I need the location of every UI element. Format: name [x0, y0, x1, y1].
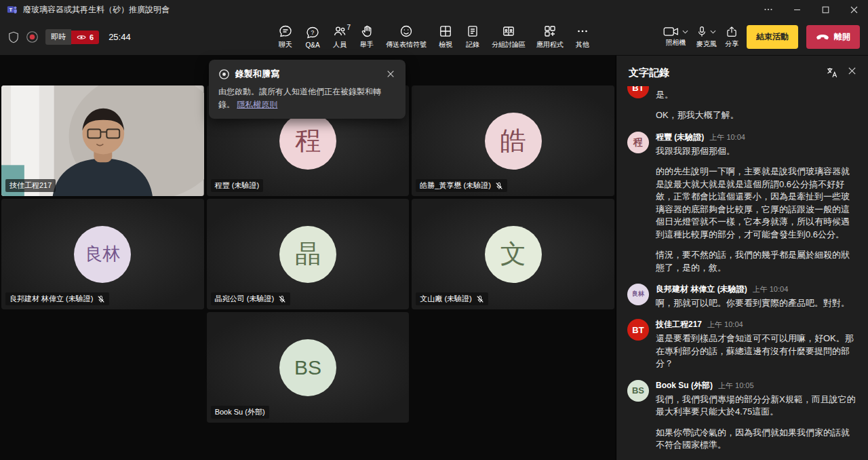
- toolbar-button-label: 聊天: [279, 40, 292, 50]
- participant-name-label: 文山廠 (未驗證): [416, 292, 488, 305]
- participant-name: 程豐 (未驗證): [215, 180, 259, 191]
- transcript-message: 良林良邦建材 林偉立 (未驗證)上午 10:04啊，那就可以吧。你要看到實際的產…: [627, 284, 857, 309]
- toolbar-button-more[interactable]: 其他: [571, 22, 594, 52]
- meeting-timer: 25:44: [108, 32, 131, 42]
- toolbar-button-label: 傳送表情符號: [386, 40, 427, 50]
- message-body: 技佳工程217上午 10:04還是要看到樣品才會知道可不可以用嘛，好OK。那在專…: [656, 319, 857, 370]
- toolbar-center: 聊天?Q&A7人員舉手傳送表情符號檢視記錄分組討論區應用程式其他: [274, 19, 594, 55]
- leave-button[interactable]: 離開: [806, 25, 860, 49]
- toolbar-button-breakout-rooms[interactable]: 分組討論區: [488, 22, 529, 52]
- window-minimize-button[interactable]: [783, 0, 811, 19]
- video-grid: 技佳工程217程程豐 (未驗證)皓皓勝_黃享懋 (未驗證)良林良邦建材 林偉立 …: [1, 85, 614, 423]
- message-body: 程豐 (未驗證)上午 10:04我跟我跟那個那個。的的先生說明一下啊，主要就是說…: [656, 132, 857, 274]
- message-text: 情況，要不然的話，我們的幾乎都是屬於細殺的狀態了，是的，敘。: [656, 249, 857, 274]
- participant-name-label: 皓勝_黃享懋 (未驗證): [416, 179, 507, 192]
- share-icon: [726, 26, 738, 38]
- participant-tile-jijia[interactable]: 技佳工程217: [1, 85, 204, 196]
- participant-avatar: BS: [279, 339, 336, 396]
- video-stage: 技佳工程217程程豐 (未驗證)皓皓勝_黃享懋 (未驗證)良林良邦建材 林偉立 …: [0, 56, 616, 460]
- apps-icon: [543, 24, 557, 38]
- message-header: 技佳工程217上午 10:04: [656, 319, 857, 330]
- message-author: Book Su (外部): [656, 380, 713, 391]
- translate-button[interactable]: [824, 64, 840, 81]
- toolbar-button-reactions[interactable]: 傳送表情符號: [382, 22, 430, 52]
- toolbar-button-label: 其他: [576, 40, 589, 50]
- participant-tile-jingwan[interactable]: 晶晶宛公司 (未驗證): [207, 199, 410, 309]
- message-header: 程豐 (未驗證)上午 10:04: [656, 132, 857, 143]
- camera-icon: [663, 26, 679, 37]
- mic-options-chevron[interactable]: [710, 30, 716, 34]
- camera-options-chevron[interactable]: [682, 30, 688, 34]
- transcript-header: 文字記錄: [616, 56, 868, 86]
- share-button[interactable]: 分享: [725, 26, 738, 49]
- notification-title: 錄製和謄寫: [235, 68, 380, 80]
- live-badge: 即時: [45, 29, 71, 45]
- message-timestamp: 上午 10:04: [707, 320, 743, 330]
- end-event-button[interactable]: 結束活動: [747, 25, 798, 49]
- participant-name: 良邦建材 林偉立 (未驗證): [9, 294, 93, 304]
- message-timestamp: 上午 10:05: [718, 381, 754, 391]
- close-notification-button[interactable]: [385, 69, 396, 79]
- qa-icon: ?: [306, 26, 319, 39]
- participant-avatar: 文: [485, 226, 542, 283]
- transcript-messages[interactable]: BT是。OK，那我大概了解。程程豐 (未驗證)上午 10:04我跟我跟那個那個。…: [616, 86, 868, 460]
- message-text: 還是要看到樣品才會知道可不可以用嘛，好OK。那在專利部分的話，蘇總這邊有沒有什麼…: [656, 332, 857, 370]
- participant-avatar: 皓: [485, 113, 542, 170]
- message-avatar: 良林: [627, 284, 649, 305]
- mic-muted-icon: [278, 295, 286, 303]
- toolbar-button-chat[interactable]: 聊天: [274, 22, 297, 52]
- window-controls: [754, 0, 868, 19]
- people-icon: [333, 24, 347, 38]
- toolbar-button-notes[interactable]: 記錄: [461, 22, 484, 52]
- toolbar-button-people[interactable]: 7人員: [328, 22, 351, 52]
- teams-meeting-window: T 廢玻璃容器或其再生料（砂）推廣說明會 即時 6 25:44 聊天?Q&A: [0, 0, 868, 460]
- mic-button[interactable]: 麥克風: [696, 26, 717, 49]
- message-text: OK，那我大概了解。: [656, 109, 857, 121]
- mic-icon: [697, 26, 707, 38]
- message-author: 良邦建材 林偉立 (未驗證): [656, 284, 747, 295]
- privacy-policy-link[interactable]: 隱私權原則: [237, 100, 277, 109]
- message-body: 是。OK，那我大概了解。: [656, 89, 857, 122]
- participant-name-label: 良邦建材 林偉立 (未驗證): [5, 292, 109, 305]
- svg-text:?: ?: [311, 28, 315, 35]
- toolbar-button-qa[interactable]: ?Q&A: [301, 23, 324, 52]
- toolbar-button-view[interactable]: 檢視: [434, 22, 457, 52]
- participant-name-label: 技佳工程217: [5, 179, 56, 192]
- raise-hand-icon: [360, 24, 374, 38]
- window-close-button[interactable]: [840, 0, 868, 19]
- share-label: 分享: [725, 39, 738, 49]
- message-avatar: BS: [627, 380, 649, 402]
- transcript-title: 文字記錄: [629, 66, 669, 79]
- participant-tile-wenshan[interactable]: 文文山廠 (未驗證): [412, 199, 614, 309]
- close-transcript-button[interactable]: [846, 64, 859, 81]
- hang-up-icon: [816, 34, 829, 40]
- mic-muted-icon: [476, 295, 484, 303]
- toolbar-button-raise-hand[interactable]: 舉手: [355, 22, 378, 52]
- camera-label: 照相機: [666, 38, 686, 47]
- live-status: 即時 6: [45, 29, 99, 45]
- leave-label: 離開: [834, 31, 850, 43]
- participant-name: 文山廠 (未驗證): [420, 294, 471, 304]
- participant-name: 皓勝_黃享懋 (未驗證): [420, 180, 491, 191]
- mic-label: 麥克風: [696, 39, 717, 49]
- participant-tile-haosheng[interactable]: 皓皓勝_黃享懋 (未驗證): [412, 85, 614, 196]
- participant-tile-booksu[interactable]: BSBook Su (外部): [207, 312, 410, 423]
- toolbar-button-label: 應用程式: [536, 40, 564, 50]
- people-count-badge: 7: [347, 24, 351, 31]
- window-maximize-button[interactable]: [811, 0, 840, 19]
- message-body: Book Su (外部)上午 10:05我們，我們我們專場的部分分新X規範，而且…: [656, 380, 857, 452]
- toolbar-button-apps[interactable]: 應用程式: [533, 22, 567, 52]
- window-more-button[interactable]: [754, 0, 783, 19]
- meeting-toolbar: 即時 6 25:44 聊天?Q&A7人員舉手傳送表情符號檢視記錄分組討論區應用程…: [0, 19, 868, 56]
- participant-name: Book Su (外部): [215, 407, 265, 417]
- transcript-message: 程程豐 (未驗證)上午 10:04我跟我跟那個那個。的的先生說明一下啊，主要就是…: [627, 132, 857, 274]
- message-author: 程豐 (未驗證): [656, 132, 704, 143]
- teams-logo-icon: T: [7, 4, 18, 15]
- participant-tile-liangbang[interactable]: 良林良邦建材 林偉立 (未驗證): [1, 199, 204, 309]
- camera-button[interactable]: 照相機: [663, 26, 688, 47]
- message-timestamp: 上午 10:04: [709, 132, 745, 142]
- toolbar-button-label: 記錄: [466, 40, 479, 50]
- recording-notification: 錄製和謄寫 由您啟動。讓所有人知道他們正在被錄製和轉錄。 隱私權原則: [209, 60, 406, 119]
- transcript-message: BT是。OK，那我大概了解。: [627, 89, 857, 122]
- mic-muted-icon: [97, 295, 105, 303]
